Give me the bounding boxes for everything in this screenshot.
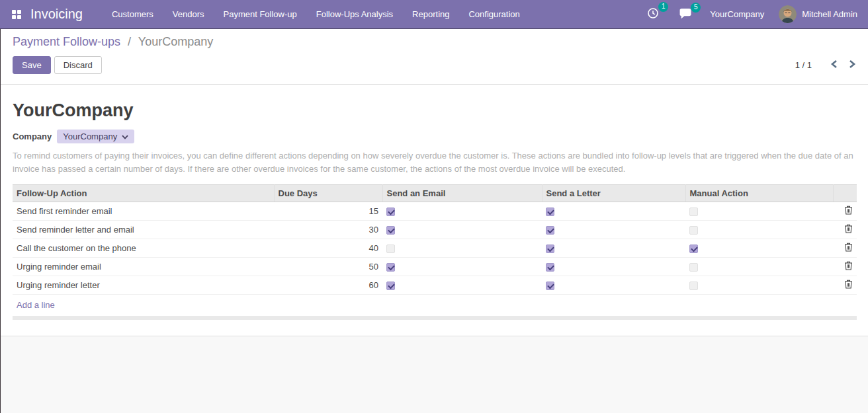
action-label: Call the customer on the phone: [17, 243, 136, 253]
col-header-send-email[interactable]: Send an Email: [382, 185, 542, 202]
table-row: Send first reminder email 15: [13, 202, 857, 221]
manual-action-checkbox[interactable]: [689, 263, 698, 272]
trash-icon[interactable]: [844, 224, 853, 235]
pager: 1 / 1: [795, 58, 857, 72]
company-label: Company: [13, 131, 52, 141]
menu-item-followups-analysis[interactable]: Follow-Ups Analysis: [316, 9, 393, 19]
delete-cell: [833, 276, 857, 295]
apps-grid-icon: [12, 10, 21, 19]
send-email-cell: [382, 221, 542, 239]
pager-next-button[interactable]: [847, 58, 857, 72]
send-email-checkbox[interactable]: [386, 226, 395, 235]
pager-value: 1 / 1: [795, 60, 812, 70]
menu-item-vendors[interactable]: Vendors: [173, 9, 204, 19]
due-days-cell[interactable]: 60: [274, 276, 382, 295]
send-email-checkbox[interactable]: [386, 263, 395, 272]
action-label: Send first reminder email: [17, 206, 112, 216]
messages-badge: 5: [691, 3, 701, 13]
send-letter-checkbox[interactable]: [546, 282, 554, 290]
company-select-value: YourCompany: [63, 131, 117, 141]
table-header-row: Follow-Up Action Due Days Send an Email …: [13, 185, 857, 202]
manual-action-cell: [685, 239, 833, 258]
menu-item-payment-follow-up[interactable]: Payment Follow-up: [224, 9, 297, 19]
due-days-value: 60: [369, 280, 378, 290]
col-header-send-letter[interactable]: Send a Letter: [542, 185, 685, 202]
due-days-cell[interactable]: 40: [274, 239, 382, 258]
breadcrumb-parent-link[interactable]: Payment Follow-ups: [13, 35, 120, 48]
company-select[interactable]: YourCompany: [57, 130, 134, 143]
due-days-cell[interactable]: 30: [274, 221, 382, 239]
clock-icon: [647, 7, 659, 21]
manual-action-checkbox[interactable]: [689, 244, 698, 253]
user-menu[interactable]: Mitchell Admin: [779, 5, 857, 23]
delete-cell: [833, 258, 857, 276]
table-row: Send reminder letter and email 30: [13, 221, 857, 239]
breadcrumb: Payment Follow-ups / YourCompany: [13, 35, 857, 49]
col-header-delete: [833, 185, 857, 202]
action-label: Urging reminder letter: [17, 280, 100, 290]
apps-menu-button[interactable]: [8, 6, 25, 23]
page-background: [1, 336, 868, 413]
activities-button[interactable]: 1: [646, 6, 663, 22]
send-letter-checkbox[interactable]: [546, 226, 554, 235]
send-email-cell: [382, 202, 542, 221]
trash-icon[interactable]: [844, 206, 853, 217]
action-label: Urging reminder email: [17, 262, 101, 272]
activities-badge: 1: [658, 2, 668, 12]
save-button[interactable]: Save: [13, 56, 51, 74]
due-days-cell[interactable]: 15: [274, 202, 382, 221]
manual-action-cell: [685, 276, 833, 295]
due-days-cell[interactable]: 50: [274, 258, 382, 276]
action-cell[interactable]: Call the customer on the phone: [13, 239, 274, 258]
send-email-cell: [382, 258, 542, 276]
menu-item-reporting[interactable]: Reporting: [412, 9, 449, 19]
send-letter-checkbox[interactable]: [546, 207, 554, 216]
trash-icon[interactable]: [844, 243, 853, 254]
app-title[interactable]: Invoicing: [30, 7, 83, 22]
action-cell[interactable]: Urging reminder letter: [13, 276, 274, 295]
manual-action-checkbox[interactable]: [689, 226, 698, 235]
action-label: Send reminder letter and email: [17, 225, 134, 235]
messages-button[interactable]: 5: [677, 7, 695, 22]
company-switcher[interactable]: YourCompany: [710, 9, 764, 19]
send-email-checkbox[interactable]: [386, 207, 395, 216]
send-letter-cell: [542, 202, 685, 221]
trash-icon[interactable]: [844, 261, 853, 272]
menu-item-customers[interactable]: Customers: [112, 9, 153, 19]
user-name: Mitchell Admin: [802, 9, 857, 19]
table-footer-strip: [13, 316, 857, 320]
avatar: [779, 5, 797, 23]
main-menu: Customers Vendors Payment Follow-up Foll…: [112, 9, 520, 19]
help-text: To remind customers of paying their invo…: [13, 149, 856, 175]
manual-action-checkbox[interactable]: [689, 282, 698, 290]
discard-button[interactable]: Discard: [54, 56, 102, 74]
add-line-row: Add a line: [13, 295, 857, 316]
manual-action-checkbox[interactable]: [689, 207, 698, 216]
send-email-cell: [382, 276, 542, 295]
pager-previous-button[interactable]: [829, 58, 839, 72]
col-header-due-days[interactable]: Due Days: [274, 185, 382, 202]
due-days-value: 15: [369, 206, 378, 216]
add-line-link[interactable]: Add a line: [17, 300, 55, 310]
send-email-checkbox[interactable]: [386, 244, 395, 253]
action-cell[interactable]: Urging reminder email: [13, 258, 274, 276]
table-row: Urging reminder letter 60: [13, 276, 857, 295]
chevron-left-icon: [830, 59, 838, 71]
col-header-followup-action[interactable]: Follow-Up Action: [13, 185, 274, 202]
send-email-checkbox[interactable]: [386, 282, 395, 290]
action-cell[interactable]: Send reminder letter and email: [13, 221, 274, 239]
page-title: YourCompany: [13, 100, 856, 121]
menu-item-configuration[interactable]: Configuration: [468, 9, 519, 19]
send-letter-cell: [542, 239, 685, 258]
col-header-manual-action[interactable]: Manual Action: [685, 185, 833, 202]
send-letter-checkbox[interactable]: [546, 244, 554, 253]
trash-icon[interactable]: [844, 280, 853, 291]
send-letter-checkbox[interactable]: [546, 263, 554, 272]
manual-action-cell: [685, 221, 833, 239]
action-cell[interactable]: Send first reminder email: [13, 202, 274, 221]
delete-cell: [833, 239, 857, 258]
send-letter-cell: [542, 276, 685, 295]
due-days-value: 50: [369, 262, 378, 272]
due-days-value: 30: [369, 225, 378, 235]
delete-cell: [833, 221, 857, 239]
